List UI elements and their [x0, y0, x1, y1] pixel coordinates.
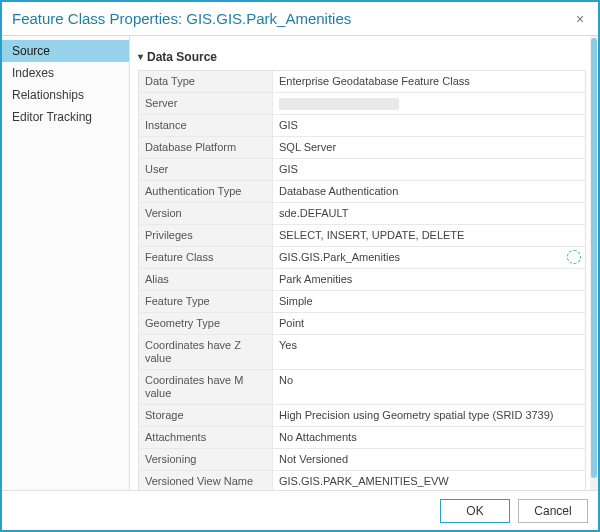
property-label: Version	[139, 203, 273, 224]
property-label: Coordinates have Z value	[139, 335, 273, 369]
property-label: Database Platform	[139, 137, 273, 158]
property-label: Authentication Type	[139, 181, 273, 202]
property-label: Feature Type	[139, 291, 273, 312]
property-row: Coordinates have Z valueYes	[139, 335, 585, 370]
property-label: Versioned View Name	[139, 471, 273, 490]
property-row: Data TypeEnterprise Geodatabase Feature …	[139, 71, 585, 93]
property-value: GIS	[273, 159, 585, 180]
sidebar-item-label: Source	[12, 44, 50, 58]
property-value: No	[273, 370, 585, 404]
property-label: Instance	[139, 115, 273, 136]
property-row: AttachmentsNo Attachments	[139, 427, 585, 449]
property-row: VersioningNot Versioned	[139, 449, 585, 471]
property-label: Coordinates have M value	[139, 370, 273, 404]
property-value: Point	[273, 313, 585, 334]
property-label: Attachments	[139, 427, 273, 448]
cancel-button[interactable]: Cancel	[518, 499, 588, 523]
property-row: PrivilegesSELECT, INSERT, UPDATE, DELETE	[139, 225, 585, 247]
property-value: Yes	[273, 335, 585, 369]
property-value: GIS	[273, 115, 585, 136]
property-value: Not Versioned	[273, 449, 585, 470]
sidebar-item-source[interactable]: Source	[2, 40, 129, 62]
property-value: Enterprise Geodatabase Feature Class	[273, 71, 585, 92]
dialog-body: Source Indexes Relationships Editor Trac…	[2, 36, 598, 490]
property-label: Feature Class	[139, 247, 273, 268]
property-row: AliasPark Amenities	[139, 269, 585, 291]
property-label: User	[139, 159, 273, 180]
sidebar-item-editor-tracking[interactable]: Editor Tracking	[2, 106, 129, 128]
dialog-title: Feature Class Properties: GIS.GIS.Park_A…	[12, 10, 566, 27]
ok-button[interactable]: OK	[440, 499, 510, 523]
sidebar-item-label: Editor Tracking	[12, 110, 92, 124]
property-row: Database PlatformSQL Server	[139, 137, 585, 159]
property-label: Geometry Type	[139, 313, 273, 334]
vertical-scrollbar[interactable]	[590, 36, 598, 490]
sidebar-item-indexes[interactable]: Indexes	[2, 62, 129, 84]
scrollbar-thumb[interactable]	[591, 38, 597, 478]
feature-class-badge-icon[interactable]	[567, 250, 581, 264]
property-value: SELECT, INSERT, UPDATE, DELETE	[273, 225, 585, 246]
property-row: Feature ClassGIS.GIS.Park_Amenities	[139, 247, 585, 269]
property-value: Park Amenities	[273, 269, 585, 290]
dialog-footer: OK Cancel	[2, 490, 598, 530]
sidebar-item-relationships[interactable]: Relationships	[2, 84, 129, 106]
property-value: No Attachments	[273, 427, 585, 448]
property-label: Alias	[139, 269, 273, 290]
property-label: Versioning	[139, 449, 273, 470]
sidebar: Source Indexes Relationships Editor Trac…	[2, 36, 130, 490]
property-row: Server	[139, 93, 585, 115]
button-label: Cancel	[534, 504, 571, 518]
titlebar: Feature Class Properties: GIS.GIS.Park_A…	[2, 2, 598, 36]
properties-dialog: Feature Class Properties: GIS.GIS.Park_A…	[0, 0, 600, 532]
property-row: Versioned View NameGIS.GIS.PARK_AMENITIE…	[139, 471, 585, 490]
property-value: GIS.GIS.PARK_AMENITIES_EVW	[273, 471, 585, 490]
property-label: Data Type	[139, 71, 273, 92]
property-row: Geometry TypePoint	[139, 313, 585, 335]
redacted-value	[279, 98, 399, 110]
scroll-pane: ▾ Data Source Data TypeEnterprise Geodat…	[130, 36, 590, 490]
property-value: High Precision using Geometry spatial ty…	[273, 405, 585, 426]
property-row: Coordinates have M valueNo	[139, 370, 585, 405]
property-row: UserGIS	[139, 159, 585, 181]
property-value: SQL Server	[273, 137, 585, 158]
property-row: StorageHigh Precision using Geometry spa…	[139, 405, 585, 427]
property-label: Server	[139, 93, 273, 114]
property-value: Database Authentication	[273, 181, 585, 202]
property-row: Feature TypeSimple	[139, 291, 585, 313]
sidebar-item-label: Relationships	[12, 88, 84, 102]
section-header-data-source[interactable]: ▾ Data Source	[138, 46, 586, 70]
property-value: sde.DEFAULT	[273, 203, 585, 224]
property-grid: Data TypeEnterprise Geodatabase Feature …	[138, 70, 586, 490]
property-label: Storage	[139, 405, 273, 426]
section-title: Data Source	[147, 50, 217, 64]
property-row: Versionsde.DEFAULT	[139, 203, 585, 225]
close-button[interactable]: ×	[566, 7, 594, 31]
property-value	[273, 93, 585, 114]
property-row: InstanceGIS	[139, 115, 585, 137]
property-value: Simple	[273, 291, 585, 312]
button-label: OK	[466, 504, 483, 518]
close-icon: ×	[576, 11, 584, 27]
chevron-down-icon: ▾	[138, 51, 143, 62]
property-row: Authentication TypeDatabase Authenticati…	[139, 181, 585, 203]
property-value: GIS.GIS.Park_Amenities	[273, 247, 585, 268]
property-label: Privileges	[139, 225, 273, 246]
sidebar-item-label: Indexes	[12, 66, 54, 80]
content-pane: ▾ Data Source Data TypeEnterprise Geodat…	[130, 36, 598, 490]
